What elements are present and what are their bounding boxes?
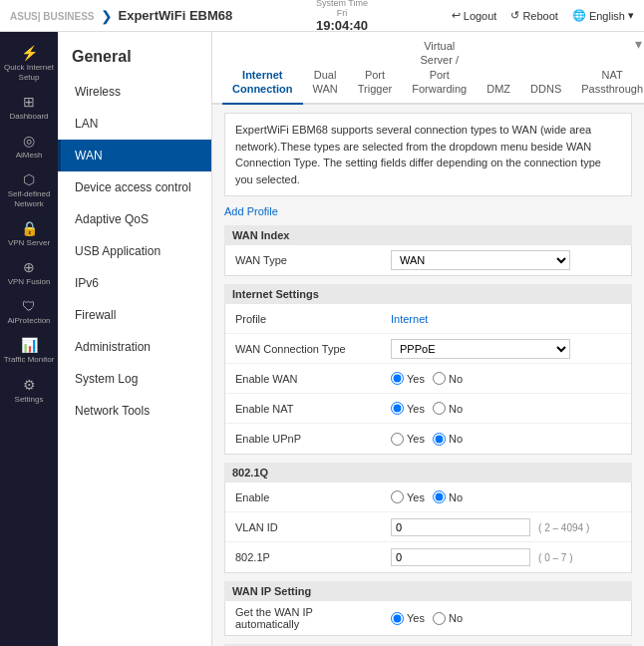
traffic-monitor-icon: 📊 bbox=[21, 337, 38, 353]
get-wan-ip-no-option[interactable]: No bbox=[433, 612, 463, 625]
dot1q-yes-label: Yes bbox=[407, 491, 425, 503]
wan-type-select[interactable]: WAN bbox=[391, 250, 570, 270]
vlan-id-label: VLAN ID bbox=[225, 516, 385, 538]
dot1q-no-radio[interactable] bbox=[433, 490, 446, 503]
topbar-clock: 19:04:40 bbox=[316, 18, 368, 33]
vpn-server-icon: 🔒 bbox=[21, 220, 38, 236]
wan-type-row: WAN Type WAN bbox=[225, 245, 631, 275]
profile-row: Profile Internet bbox=[225, 304, 631, 334]
nav-item-usb[interactable]: USB Application bbox=[58, 235, 211, 267]
nav-item-wan[interactable]: WAN bbox=[58, 140, 211, 171]
enable-upnp-yes-option[interactable]: Yes bbox=[391, 433, 425, 446]
enable-nat-no-radio[interactable] bbox=[433, 402, 446, 415]
reboot-label: Reboot bbox=[522, 10, 557, 22]
get-wan-ip-label: Get the WAN IP automatically bbox=[225, 601, 385, 635]
enable-wan-no-option[interactable]: No bbox=[433, 372, 463, 385]
self-defined-icon: ⬡ bbox=[23, 171, 35, 187]
device-model: ExpertWiFi EBM68 bbox=[119, 8, 233, 23]
sidebar-item-settings[interactable]: ⚙ Settings bbox=[1, 372, 57, 409]
vlan-id-input[interactable] bbox=[391, 518, 530, 536]
tab-dmz[interactable]: DMZ bbox=[477, 75, 520, 105]
reboot-button[interactable]: ↺ Reboot bbox=[510, 9, 557, 22]
tab-bar: InternetConnection DualWAN PortTrigger V… bbox=[212, 32, 644, 105]
sidebar-item-vpn-fusion[interactable]: ⊕ VPN Fusion bbox=[1, 254, 57, 291]
enable-nat-yes-option[interactable]: Yes bbox=[391, 402, 425, 415]
vlan-id-range: ( 2 – 4094 ) bbox=[538, 522, 589, 533]
sidebar-item-aimesh[interactable]: ◎ AiMesh bbox=[1, 128, 57, 164]
enable-nat-yes-radio[interactable] bbox=[391, 402, 404, 415]
sidebar-item-vpn-server[interactable]: 🔒 VPN Server bbox=[1, 215, 57, 252]
logout-button[interactable]: ↩ Logout bbox=[452, 9, 497, 22]
dot1q-enable-radios: Yes No bbox=[385, 486, 631, 507]
chevron-down-icon: ▾ bbox=[628, 9, 634, 22]
dot1q-no-option[interactable]: No bbox=[433, 490, 463, 503]
info-text: ExpertWiFi EBM68 supports several connec… bbox=[235, 124, 601, 185]
enable-nat-label: Enable NAT bbox=[225, 398, 385, 420]
get-wan-ip-yes-option[interactable]: Yes bbox=[391, 612, 425, 625]
tab-dual-wan[interactable]: DualWAN bbox=[303, 61, 348, 106]
tab-scroll-icon[interactable]: ▾ bbox=[635, 36, 642, 52]
wan-connection-type-select[interactable]: PPPoE bbox=[391, 339, 570, 359]
nav-item-device-access[interactable]: Device access control bbox=[58, 171, 211, 203]
nav-item-lan[interactable]: LAN bbox=[58, 108, 211, 140]
nav-item-system-log[interactable]: System Log bbox=[58, 363, 211, 395]
content-scroll[interactable]: ExpertWiFi EBM68 supports several connec… bbox=[212, 105, 644, 646]
tab-ddns[interactable]: DDNS bbox=[520, 75, 571, 105]
nav-item-adaptive-qos[interactable]: Adaptive QoS bbox=[58, 203, 211, 235]
tab-port-trigger[interactable]: PortTrigger bbox=[348, 61, 402, 106]
profile-link[interactable]: Internet bbox=[391, 313, 428, 325]
dot1p-row: 802.1P ( 0 – 7 ) bbox=[225, 542, 631, 572]
dot1q-yes-radio[interactable] bbox=[391, 490, 404, 503]
enable-wan-radio-group: Yes No bbox=[391, 372, 625, 385]
enable-upnp-no-option[interactable]: No bbox=[433, 433, 463, 446]
dot1q-no-label: No bbox=[449, 491, 463, 503]
tab-nat-passthrough[interactable]: NATPassthrough bbox=[571, 61, 644, 106]
sidebar-item-traffic-monitor[interactable]: 📊 Traffic Monitor bbox=[1, 332, 57, 370]
sidebar-traffic-label: Traffic Monitor bbox=[4, 355, 55, 365]
dot1q-yes-option[interactable]: Yes bbox=[391, 490, 425, 503]
language-selector[interactable]: 🌐 English ▾ bbox=[572, 9, 634, 22]
sidebar-item-self-defined[interactable]: ⬡ Self-defined Network bbox=[1, 166, 57, 213]
enable-upnp-yes-radio[interactable] bbox=[391, 433, 404, 446]
wan-index-section-header: WAN Index bbox=[224, 225, 632, 245]
nav-item-wireless[interactable]: Wireless bbox=[58, 76, 211, 108]
dot1q-enable-label: Enable bbox=[225, 486, 385, 508]
enable-wan-yes-option[interactable]: Yes bbox=[391, 372, 425, 385]
topbar-actions: ↩ Logout ↺ Reboot 🌐 English ▾ bbox=[452, 9, 634, 22]
enable-upnp-no-radio[interactable] bbox=[433, 433, 446, 446]
add-profile-link[interactable]: Add Profile bbox=[224, 205, 278, 217]
tab-virtual-server[interactable]: Virtual Server / PortForwarding bbox=[402, 32, 477, 105]
enable-nat-no-option[interactable]: No bbox=[433, 402, 463, 415]
topbar-day: Fri bbox=[337, 8, 348, 18]
asus-logo-text: ASUS bbox=[10, 11, 38, 22]
wan-ip-section-header: WAN IP Setting bbox=[224, 581, 632, 601]
enable-wan-yes-radio[interactable] bbox=[391, 372, 404, 385]
get-wan-ip-yes-radio[interactable] bbox=[391, 612, 404, 625]
nav-item-administration[interactable]: Administration bbox=[58, 331, 211, 363]
dot1p-input[interactable] bbox=[391, 548, 530, 566]
sidebar-vpn-server-label: VPN Server bbox=[8, 238, 50, 247]
topbar-left: ASUS| BUSINESS ❯ ExpertWiFi EBM68 bbox=[10, 8, 232, 24]
topbar-time-section: System Time Fri 19:04:40 bbox=[316, 0, 368, 33]
sidebar-item-aiprotection[interactable]: 🛡 AiProtection bbox=[1, 293, 57, 330]
enable-wan-no-radio[interactable] bbox=[433, 372, 446, 385]
get-wan-ip-row: Get the WAN IP automatically Yes No bbox=[225, 601, 631, 635]
nav-item-network-tools[interactable]: Network Tools bbox=[58, 395, 211, 427]
dot1p-field: ( 0 – 7 ) bbox=[385, 544, 631, 570]
wan-connection-type-row: WAN Connection Type PPPoE bbox=[225, 334, 631, 364]
enable-wan-radios: Yes No bbox=[385, 368, 631, 389]
sidebar-item-quick-internet[interactable]: ⚡ Quick Internet Setup bbox=[1, 40, 57, 87]
enable-nat-radio-group: Yes No bbox=[391, 402, 625, 415]
nav-title: General bbox=[58, 42, 211, 76]
sidebar-aiprotection-label: AiProtection bbox=[7, 316, 50, 325]
internet-settings-table: Profile Internet WAN Connection Type PPP… bbox=[224, 304, 632, 455]
enable-upnp-label: Enable UPnP bbox=[225, 428, 385, 450]
get-wan-ip-no-radio[interactable] bbox=[433, 612, 446, 625]
language-label: English bbox=[589, 10, 625, 22]
settings-icon: ⚙ bbox=[23, 377, 36, 393]
tab-internet-connection[interactable]: InternetConnection bbox=[222, 61, 303, 106]
nav-item-firewall[interactable]: Firewall bbox=[58, 299, 211, 331]
sidebar-vpn-fusion-label: VPN Fusion bbox=[8, 277, 51, 286]
sidebar-item-dashboard[interactable]: ⊞ Dashboard bbox=[1, 89, 57, 126]
nav-item-ipv6[interactable]: IPv6 bbox=[58, 267, 211, 299]
